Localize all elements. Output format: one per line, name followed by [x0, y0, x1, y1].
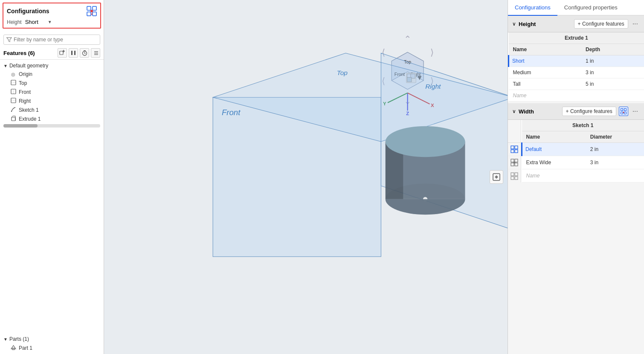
svg-rect-71	[511, 146, 514, 149]
height-row-tall[interactable]: Tall 5 in	[509, 78, 644, 90]
height-more-btn[interactable]: ···	[631, 20, 640, 28]
parts-chevron-icon: ▼	[3, 337, 8, 342]
timer-btn[interactable]	[80, 48, 89, 58]
tree-item-extrude1-label: Extrude 1	[19, 116, 41, 122]
width-configure-btn[interactable]: + Configure features	[562, 107, 616, 116]
plane-icon-top	[10, 80, 16, 86]
width-config-table: Sketch 1 Name Diameter Default 2 in Extr…	[521, 120, 644, 183]
svg-text:⟩: ⟩	[430, 47, 434, 57]
svg-rect-11	[74, 51, 75, 55]
part-icon	[10, 345, 16, 351]
svg-rect-78	[515, 163, 518, 166]
center-viewport: Top Front Right ⟨ ⟩ ⟨ ⟩ ⌃ ⌄ Z X	[104, 0, 508, 354]
height-tall-name: Tall	[509, 78, 582, 90]
width-grid-icon-btn[interactable]	[619, 107, 628, 116]
width-name-header: Name	[522, 131, 586, 143]
svg-line-14	[84, 53, 85, 54]
svg-rect-3	[93, 12, 96, 16]
height-medium-name: Medium	[509, 67, 582, 78]
plane-icon-front	[10, 89, 16, 95]
width-section-header: ∨ Width + Configure features ···	[508, 103, 644, 120]
svg-rect-2	[87, 12, 91, 16]
tree-item-origin-label: Origin	[19, 71, 32, 77]
height-section-title: Height	[519, 21, 571, 27]
sketch-icon	[10, 107, 16, 113]
svg-text:Right: Right	[425, 83, 441, 90]
svg-point-5	[91, 14, 93, 15]
svg-point-79	[513, 162, 516, 164]
scroll-bar[interactable]	[3, 124, 100, 128]
svg-rect-83	[515, 177, 518, 180]
tree-item-right-label: Right	[19, 98, 31, 104]
svg-rect-69	[624, 112, 626, 114]
height-row-new[interactable]: Name	[509, 90, 644, 102]
tab-configured-properties[interactable]: Configured properties	[557, 0, 624, 16]
svg-rect-73	[511, 150, 514, 153]
config-icon	[87, 6, 97, 16]
tab-configurations[interactable]: Configurations	[508, 0, 557, 16]
svg-rect-66	[621, 109, 623, 111]
list-btn[interactable]	[91, 48, 100, 58]
tree-item-part1[interactable]: Part 1	[0, 343, 104, 352]
svg-rect-1	[93, 6, 96, 10]
default-geometry-section[interactable]: ▼ Default geometry	[0, 61, 104, 70]
filter-input[interactable]	[14, 37, 97, 43]
width-row-extra-wide[interactable]: Extra Wide 3 in	[522, 156, 644, 169]
width-row-new[interactable]: Name	[522, 169, 644, 183]
svg-point-63	[386, 126, 465, 157]
width-configure-btn-label: + Configure features	[566, 108, 612, 114]
width-row-default[interactable]: Default 2 in	[522, 143, 644, 156]
tree-item-top[interactable]: Top	[0, 78, 104, 87]
height-collapse-icon[interactable]: ∨	[512, 21, 516, 27]
view-tool-btn-1[interactable]	[490, 170, 503, 184]
width-table-container: Sketch 1 Name Diameter Default 2 in Extr…	[508, 120, 644, 183]
tree-item-front-label: Front	[19, 89, 31, 95]
filter-area	[0, 31, 104, 46]
plane-icon-right	[10, 98, 16, 104]
height-configure-btn[interactable]: + Configure features	[574, 19, 628, 29]
width-config-section: ∨ Width + Configure features ···	[508, 103, 644, 183]
config-header: Configurations Height Short Medium Tall …	[3, 3, 101, 29]
parts-section-label[interactable]: ▼ Parts (1)	[0, 335, 104, 343]
right-panel-tabs: Configurations Configured properties	[508, 0, 644, 16]
svg-rect-74	[515, 150, 518, 153]
viewport-canvas: Top Front Right ⟨ ⟩ ⟨ ⟩ ⌃ ⌄ Z X	[104, 0, 508, 354]
width-collapse-icon[interactable]: ∨	[512, 108, 516, 114]
height-row-medium[interactable]: Medium 3 in	[509, 67, 644, 78]
tree-item-sketch1[interactable]: Sketch 1	[0, 105, 104, 114]
width-section-title: Width	[519, 108, 560, 115]
width-side-icons	[508, 120, 521, 183]
tree-item-origin[interactable]: ◎ Origin	[0, 70, 104, 78]
height-col-group-header: Extrude 1	[509, 32, 644, 44]
pause-btn[interactable]	[69, 48, 78, 58]
default-geometry-label: Default geometry	[9, 63, 48, 69]
tree-area: ▼ Default geometry ◎ Origin Top Front	[0, 60, 104, 333]
tree-item-front[interactable]: Front	[0, 87, 104, 96]
extrude-icon	[10, 116, 16, 122]
tree-item-extrude1[interactable]: Extrude 1	[0, 114, 104, 123]
add-feature-btn[interactable]	[58, 48, 67, 58]
filter-input-wrap	[3, 35, 100, 45]
height-select[interactable]: Short Medium Tall	[25, 19, 52, 25]
3d-scene: Top Front Right ⟨ ⟩ ⟨ ⟩ ⌃ ⌄ Z X	[104, 0, 508, 354]
width-default-value: 2 in	[586, 143, 644, 156]
svg-point-28	[11, 111, 12, 112]
width-new-name-placeholder: Name	[522, 169, 586, 183]
height-row-short[interactable]: Short 1 in	[509, 55, 644, 67]
scroll-thumb	[3, 124, 38, 128]
tree-item-right[interactable]: Right	[0, 96, 104, 105]
chevron-icon: ▼	[3, 64, 8, 68]
tree-item-sketch1-label: Sketch 1	[19, 107, 39, 113]
left-panel: Configurations Height Short Medium Tall …	[0, 0, 104, 354]
width-icon-default[interactable]	[508, 143, 521, 156]
height-config-table: Extrude 1 Name Depth Short 1 in Medium 3…	[508, 32, 644, 102]
width-more-btn[interactable]: ···	[631, 107, 640, 115]
height-depth-header: Depth	[581, 44, 644, 55]
width-icon-extra-wide[interactable]	[508, 156, 521, 169]
svg-rect-10	[71, 51, 73, 55]
parts-label: Parts (1)	[9, 336, 29, 342]
height-name-header: Name	[509, 44, 582, 55]
viewport-tools	[490, 170, 503, 184]
right-panel: Configurations Configured properties ∨ H…	[508, 0, 644, 354]
width-icon-new[interactable]	[508, 169, 521, 183]
